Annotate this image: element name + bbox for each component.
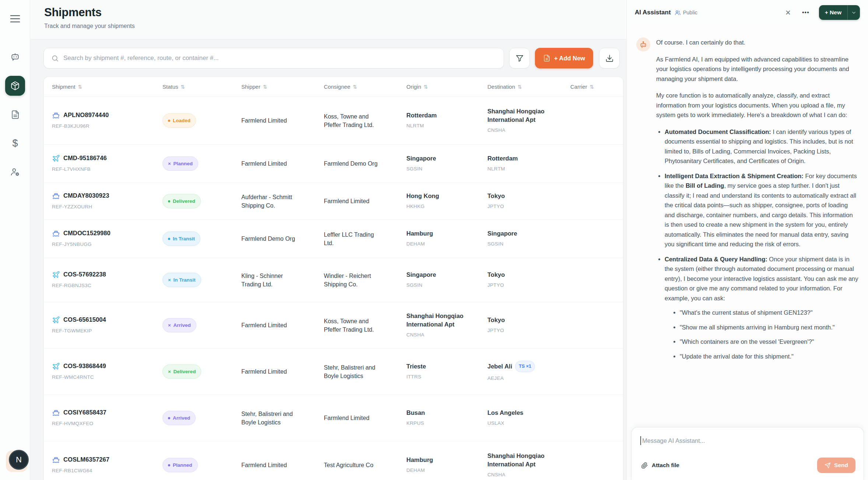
origin-cell: Hong KongHKHKG <box>406 192 487 211</box>
consignee-cell: Farmlend Limited <box>324 414 406 422</box>
ship-icon <box>52 456 60 464</box>
status-badge: ×Delivered <box>162 364 201 379</box>
ship-icon <box>52 409 60 417</box>
sort-icon: ⇅ <box>263 84 267 90</box>
sidebar-item-document[interactable] <box>5 105 25 124</box>
shipment-cell: COS-93868449 REF-WMC4RNTC <box>52 362 162 381</box>
close-icon[interactable]: ✕ <box>781 7 795 18</box>
shipment-ref: REF-JY5NBUGG <box>52 240 139 248</box>
filter-button[interactable] <box>509 48 530 68</box>
search-input[interactable] <box>63 54 496 62</box>
ship-icon <box>52 111 60 119</box>
more-options-icon[interactable]: ••• <box>798 8 813 17</box>
sort-icon: ⇅ <box>590 84 594 90</box>
table-row[interactable]: COSIY6858437 REF-HVMQXFEO Arrived Stehr,… <box>44 395 623 441</box>
sidebar-item-package[interactable] <box>5 76 25 96</box>
user-avatar[interactable]: N <box>9 450 29 470</box>
sort-icon: ⇅ <box>518 84 522 90</box>
shipper-cell: Farmlend Limited <box>241 367 324 376</box>
origin-cell: SingaporeSGSIN <box>406 271 487 289</box>
send-icon <box>825 462 831 469</box>
new-chat-button[interactable]: + New <box>819 5 860 20</box>
status-cell: ×Arrived <box>162 318 241 332</box>
column-header-destination[interactable]: Destination ⇅ <box>487 84 570 90</box>
shipper-cell: Farmlend Limited <box>241 159 324 168</box>
assistant-bullet: Centralized Data & Query Handling: Once … <box>658 254 858 361</box>
status-cell: ×In Transit <box>162 273 241 287</box>
assistant-example: "Show me all shipments arriving in Hambu… <box>673 322 858 332</box>
status-cell: Delivered <box>162 194 241 208</box>
shipper-cell: Aufderhar - Schmitt Shipping Co. <box>241 193 324 210</box>
attach-file-label: Attach file <box>652 462 679 469</box>
column-header-shipment[interactable]: Shipment ⇅ <box>52 84 162 90</box>
add-new-button[interactable]: + Add New <box>535 48 593 68</box>
chevron-down-icon[interactable] <box>847 5 860 20</box>
shipper-cell: Farmlend Demo Org <box>241 234 324 243</box>
shipper-cell: Farmlend Limited <box>241 321 324 329</box>
users-icon <box>675 10 681 16</box>
ship-icon <box>52 111 60 119</box>
column-header-shipper[interactable]: Shipper ⇅ <box>241 84 324 90</box>
table-row[interactable]: COS-65615004 REF-TGWMEKIP ×Arrived Farml… <box>44 302 623 349</box>
filter-icon <box>515 54 524 63</box>
consignee-cell: Koss, Towne and Pfeffer Trading Ltd. <box>324 112 406 129</box>
sidebar-item-user-settings[interactable] <box>5 162 25 182</box>
download-icon <box>605 54 614 63</box>
consignee-cell: Leffler LLC Trading Ltd. <box>324 230 406 247</box>
table-row[interactable]: COS-57692238 REF-RGBNJS3C ×In Transit Kl… <box>44 258 623 302</box>
shipment-cell: COSIY6858437 REF-HVMQXFEO <box>52 408 162 428</box>
export-button[interactable] <box>599 48 620 68</box>
status-cell: ×Planned <box>162 156 241 171</box>
consignee-cell: Windler - Reichert Shipping Co. <box>324 272 406 289</box>
table-row[interactable]: APLNO8974440 REF-B3KJU96R Loaded Farmlen… <box>44 97 623 145</box>
shipment-cell: COSLM6357267 REF-RB1CWG64 <box>52 455 162 475</box>
origin-cell: BusanKRPUS <box>406 409 487 427</box>
assistant-example: "What's the current status of shipment G… <box>673 308 858 318</box>
sidebar-item-bot-chat[interactable] <box>5 47 25 67</box>
message-input[interactable] <box>642 437 855 444</box>
sort-icon: ⇅ <box>78 84 82 90</box>
consignee-cell: Test Agriculture Co <box>324 461 406 469</box>
sidebar: $ N <box>0 0 30 480</box>
table-header-row: Shipment ⇅ Status ⇅ Shipper ⇅ Consignee … <box>44 77 623 97</box>
origin-cell: HamburgDEHAM <box>406 456 487 474</box>
send-button[interactable]: Send <box>817 458 855 473</box>
assistant-example: "Update the arrival date for this shipme… <box>673 352 858 361</box>
page-title: Shipments <box>44 6 102 19</box>
sidebar-item-billing[interactable]: $ <box>5 133 25 153</box>
table-row[interactable]: CMD-95186746 REF-L7VHXNFB ×Planned Farml… <box>44 145 623 183</box>
table-row[interactable]: CMDOC1529980 REF-JY5NBUGG In Transit Far… <box>44 220 623 258</box>
status-cell: Arrived <box>162 411 241 425</box>
plane-icon <box>52 154 60 162</box>
column-header-origin[interactable]: Origin ⇅ <box>406 84 487 90</box>
destination-cell: Rotterdam NLRTM <box>487 154 570 173</box>
chat-scroll-area[interactable]: Of course. I can certainly do that.As Fa… <box>627 25 868 427</box>
table-row[interactable]: CMDAY8030923 REF-YZZXOURH Delivered Aufd… <box>44 183 623 220</box>
assistant-paragraph: As Farmlend AI, I am equipped with advan… <box>656 54 858 84</box>
column-header-consignee[interactable]: Consignee ⇅ <box>324 84 406 90</box>
origin-cell: Shanghai Hongqiao International AptCNSHA <box>406 312 487 339</box>
status-cell: In Transit <box>162 232 241 246</box>
message-composer: Attach file Send <box>631 427 864 480</box>
shipment-id: COSLM6357267 <box>63 455 109 464</box>
table-row[interactable]: COSLM6357267 REF-RB1CWG64 Planned Farmle… <box>44 441 623 480</box>
assistant-header: AI Assistant Public ✕ ••• + New <box>627 0 868 25</box>
column-header-status[interactable]: Status ⇅ <box>162 84 241 90</box>
shipper-cell: Farmlend Limited <box>241 461 324 469</box>
table-row[interactable]: COS-93868449 REF-WMC4RNTC ×Delivered Far… <box>44 349 623 395</box>
shipment-ref: REF-RGBNJS3C <box>52 281 139 290</box>
plane-icon <box>52 316 60 324</box>
shipment-ref: REF-TGWMEKIP <box>52 327 139 335</box>
consignee-cell: Farmlend Limited <box>324 197 406 205</box>
attach-file-button[interactable]: Attach file <box>641 462 679 469</box>
assistant-title: AI Assistant <box>635 9 671 16</box>
column-header-carrier[interactable]: Carrier ⇅ <box>570 84 623 90</box>
shipment-ref: REF-RB1CWG64 <box>52 466 139 475</box>
ship-icon <box>52 456 60 464</box>
shipper-cell: Kling - Schinner Trading Ltd. <box>241 272 324 289</box>
plane-icon <box>52 154 60 162</box>
assistant-example: "Which containers are on the vessel 'Eve… <box>673 337 858 347</box>
shipment-id: COS-65615004 <box>63 315 106 324</box>
menu-icon[interactable] <box>10 15 21 23</box>
sort-icon: ⇅ <box>424 84 428 90</box>
